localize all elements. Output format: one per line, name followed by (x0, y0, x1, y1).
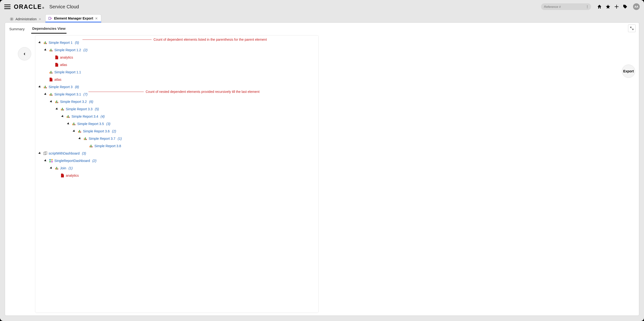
report-icon (44, 85, 47, 89)
twisty-icon[interactable] (44, 93, 47, 96)
twisty-icon[interactable] (38, 41, 42, 44)
tree-row[interactable]: Join(1) (38, 164, 315, 172)
twisty-icon[interactable] (61, 115, 64, 118)
tree-node-name[interactable]: Simple Report 3.6 (83, 129, 110, 133)
svg-rect-29 (74, 123, 74, 125)
twisty-icon[interactable] (44, 159, 47, 162)
tree-node-name[interactable]: scriptWithDashboard (48, 151, 80, 155)
nav-back-button[interactable]: ‹ (18, 47, 31, 60)
search-pill[interactable]: ⋮ (541, 3, 591, 10)
svg-rect-39 (92, 146, 92, 147)
subtab-dependencies-view[interactable]: Dependencies View (31, 25, 66, 33)
tree-node-count: (6) (89, 100, 93, 104)
tree-row[interactable]: analytics (38, 172, 315, 179)
file-icon (55, 63, 59, 67)
twisty-icon[interactable] (73, 130, 76, 133)
script-icon (44, 151, 47, 155)
tree-node-name[interactable]: SingleReportDashboard (54, 159, 90, 163)
home-icon[interactable] (597, 4, 602, 9)
twisty-icon[interactable] (78, 137, 82, 140)
tree-node-name[interactable]: analytics (66, 174, 79, 177)
svg-rect-23 (62, 108, 63, 110)
star-icon[interactable] (606, 4, 611, 9)
tree-node-name[interactable]: Simple Report 3.1 (54, 92, 81, 96)
tree-row[interactable]: scriptWithDashboard(3) (38, 150, 315, 157)
tree-node-name[interactable]: Simple Report 1.2 (54, 48, 81, 52)
tree-node-name[interactable]: Simple Report 1.1 (54, 70, 81, 74)
oracle-logo: ORACLE® (14, 3, 44, 10)
tree-node-name[interactable]: Join (60, 166, 66, 170)
twisty-icon[interactable] (38, 85, 42, 88)
tab-label: Administration (16, 17, 37, 21)
report-icon (55, 166, 59, 170)
svg-rect-26 (68, 115, 69, 118)
tree-row[interactable]: Simple Report 1.1 (38, 68, 315, 76)
svg-rect-43 (51, 159, 53, 160)
tree-row[interactable]: Simple Report 3.1(7) (38, 90, 315, 98)
tree-node-name[interactable]: Simple Report 3.7 (89, 137, 115, 140)
menu-icon[interactable] (4, 3, 10, 10)
tree-row[interactable]: Simple Report 1.2(2) (38, 46, 315, 53)
tree-row[interactable]: SingleReportDashboard(2) (38, 157, 315, 164)
close-icon[interactable]: ✕ (38, 17, 41, 21)
tab-element-manager-export[interactable]: Element Manager Export ✕ (45, 14, 101, 22)
tree-node-name[interactable]: analytics (60, 55, 73, 59)
twisty-icon[interactable] (38, 152, 42, 155)
svg-rect-38 (91, 145, 92, 147)
twisty-icon[interactable] (44, 48, 47, 51)
export-button[interactable]: Export (622, 64, 635, 78)
more-icon[interactable]: ⋮ (586, 5, 589, 8)
svg-point-2 (11, 18, 12, 20)
twisty-icon[interactable] (56, 107, 59, 110)
tree-node-name[interactable]: Simple Report 3 (48, 85, 72, 89)
tree-node-count: (3) (82, 151, 86, 155)
svg-rect-27 (69, 117, 70, 118)
tree-row[interactable]: analytics (38, 53, 315, 61)
tree-node-count: (2) (112, 129, 116, 133)
twisty-icon[interactable] (50, 166, 53, 170)
tree-node-name[interactable]: Simple Report 1 (48, 41, 72, 44)
tag-icon[interactable] (622, 4, 628, 9)
search-input[interactable] (544, 5, 585, 9)
tree-node-name[interactable]: Simple Report 3.4 (72, 115, 98, 118)
tree-row[interactable]: atlas (38, 61, 315, 68)
tree-row[interactable]: Simple Report 3.8 (38, 142, 315, 150)
tab-administration[interactable]: Administration ✕ (7, 15, 45, 22)
tree-node-name[interactable]: Simple Report 3.3 (66, 107, 92, 111)
tree-row[interactable]: Simple Report 3(8) (38, 83, 315, 90)
tree-row[interactable]: Simple Report 3.5(3) (38, 120, 315, 127)
plus-icon[interactable] (614, 4, 619, 9)
subtab-summary[interactable]: Summary (8, 25, 26, 33)
svg-rect-35 (85, 137, 86, 140)
tree-row[interactable]: Simple Report 3.2(6) (38, 98, 315, 105)
tree-row[interactable]: Simple Report 1(5) (38, 39, 315, 46)
report-icon (55, 100, 59, 104)
tree-row[interactable]: Simple Report 3.4(4) (38, 113, 315, 120)
avatar[interactable]: AA (633, 3, 640, 10)
tree-row[interactable]: Simple Report 3.6(2) (38, 127, 315, 135)
tree-node-name[interactable]: Simple Report 3.2 (60, 100, 87, 104)
svg-rect-33 (80, 131, 81, 133)
twisty-icon[interactable] (67, 122, 70, 125)
expand-button[interactable] (628, 24, 636, 32)
tree-row[interactable]: Simple Report 3.7(1) (38, 135, 315, 142)
tree-node-name[interactable]: Simple Report 3.8 (94, 144, 121, 148)
svg-rect-14 (45, 86, 46, 88)
tree-node-count: (3) (106, 122, 110, 126)
svg-rect-7 (50, 50, 50, 51)
svg-rect-6 (46, 43, 47, 44)
svg-rect-9 (52, 50, 52, 51)
svg-rect-36 (86, 139, 87, 140)
close-icon[interactable]: ✕ (95, 17, 98, 20)
svg-rect-3 (48, 17, 50, 19)
tree-row[interactable]: Simple Report 3.3(5) (38, 105, 315, 113)
tree-row[interactable]: atlas (38, 76, 315, 83)
header-icons: AA (597, 3, 640, 10)
tree-node-count: (5) (75, 41, 79, 44)
tree-node-name[interactable]: atlas (54, 78, 62, 81)
header: ORACLE® Service Cloud ⋮ AA (0, 0, 644, 13)
twisty-icon[interactable] (50, 100, 53, 103)
svg-rect-42 (49, 159, 51, 160)
tree-node-name[interactable]: atlas (60, 63, 67, 67)
tree-node-name[interactable]: Simple Report 3.5 (77, 122, 104, 126)
